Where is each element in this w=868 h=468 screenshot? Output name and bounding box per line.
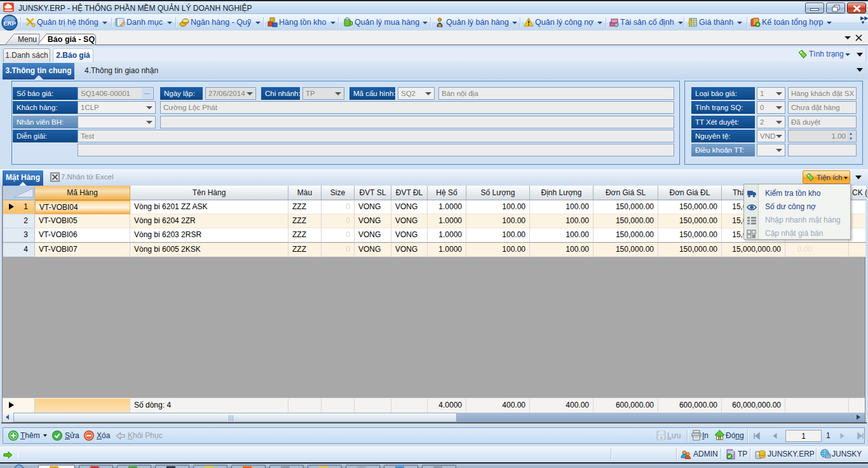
svg-text:Menu: Menu bbox=[18, 35, 37, 44]
svg-text:Báo giá - SQ: Báo giá - SQ bbox=[48, 35, 95, 44]
svg-text:ERP: ERP bbox=[3, 20, 16, 27]
